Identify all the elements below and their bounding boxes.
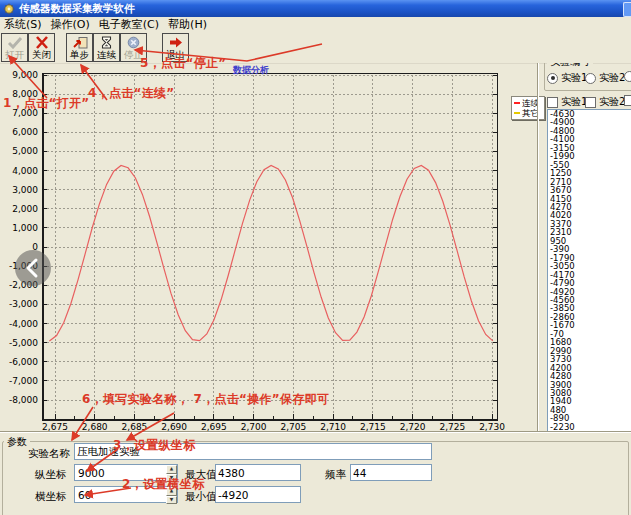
menu-bar: 系统(S)操作(O)电子教室(C)帮助(H) — [0, 17, 631, 31]
control-label: 实验2 — [599, 71, 625, 85]
continuous-button-label: 连续 — [97, 49, 116, 61]
open-button: 打开 — [1, 33, 28, 62]
close-button[interactable]: 关闭 — [28, 33, 55, 62]
bottom-divider — [0, 431, 631, 433]
main-area: 9,0008,0007,0006,0005,0004,0003,0002,000… — [0, 63, 631, 432]
checkbox-icon — [624, 95, 631, 106]
y-tick-label: 3,000 — [0, 185, 38, 195]
open-button-label: 打开 — [5, 49, 24, 61]
prev-arrow-overlay[interactable] — [15, 250, 51, 286]
legend-entry-2: 其它 — [514, 108, 544, 118]
x-scale-spin-down-icon[interactable]: ▼ — [166, 496, 177, 505]
experiment-checkbox-3[interactable] — [624, 95, 631, 106]
legend-dash-icon — [514, 102, 520, 104]
control-label: 实验1 — [561, 71, 587, 85]
panel-divider — [537, 63, 539, 432]
menu-item-2[interactable]: 操作(O) — [51, 17, 90, 32]
annotation-data-analysis: 数据分析 — [233, 64, 269, 77]
y-tick-label: -5,000 — [0, 338, 38, 348]
max-value-input[interactable] — [215, 464, 301, 481]
step-arrow-icon — [72, 35, 88, 49]
y-scale-label: 纵坐标 — [35, 468, 67, 482]
title-bar: 传感器数据采集教学软件 — [0, 0, 631, 17]
minimize-button[interactable] — [623, 2, 631, 17]
chevron-left-icon — [15, 250, 51, 286]
window-title: 传感器数据采集教学软件 — [19, 2, 135, 16]
sample-value-list[interactable]: -4630-4900-4800-4100-3150-1990-550125027… — [547, 109, 631, 432]
experiment-number-title: 实验编号 — [547, 63, 593, 69]
menu-item-1[interactable]: 系统(S) — [4, 17, 42, 32]
menu-item-4[interactable]: 帮助(H) — [168, 17, 207, 32]
radio-icon — [585, 73, 596, 84]
chart-legend: 连续其它 — [511, 96, 545, 120]
annotation-step3: 3，设置纵坐标 — [113, 437, 195, 454]
y-scale-spin-up-icon[interactable]: ▲ — [166, 465, 177, 474]
min-value-input[interactable] — [215, 486, 301, 503]
y-tick-label: 4,000 — [0, 166, 38, 176]
y-tick-label: -6,000 — [0, 357, 38, 367]
y-tick-label: 9,000 — [0, 70, 38, 80]
frequency-input[interactable] — [350, 464, 432, 481]
radio-icon — [624, 71, 631, 82]
params-title: 参数 — [4, 435, 30, 449]
step-button[interactable]: 单步 — [66, 33, 93, 62]
list-item: -2230 — [548, 423, 631, 431]
annotation-step4: 4，点击“连续” — [88, 85, 175, 102]
experiment-name-label: 实验名称 — [28, 447, 70, 461]
y-tick-label: 6,000 — [0, 127, 38, 137]
annotation-step1: 1，点击“打开” — [3, 95, 90, 112]
annotation-step6-7: 6，填写实验名称， 7，点击“操作”保存即可 — [82, 391, 329, 408]
frequency-label: 频率 — [325, 468, 346, 482]
signal-curve — [49, 165, 492, 341]
app-icon — [3, 3, 15, 15]
annotation-step5: 5，点击“停止” — [140, 55, 227, 72]
control-label: 实验2 — [599, 95, 625, 109]
experiment-checkbox-1[interactable]: 实验1 — [547, 95, 587, 109]
annotation-step2: 2，设置横坐标 — [122, 476, 204, 493]
y-tick-label: 5,000 — [0, 146, 38, 156]
waveform-chart — [42, 73, 498, 421]
control-label: 实验1 — [561, 95, 587, 109]
hourglass-icon — [100, 35, 113, 49]
radio-icon — [547, 73, 558, 84]
menu-item-3[interactable]: 电子教室(C) — [99, 17, 159, 32]
y-tick-label: -3,000 — [0, 299, 38, 309]
x-scale-label: 横坐标 — [35, 490, 67, 504]
y-tick-label: 1,000 — [0, 223, 38, 233]
checkbox-icon — [547, 97, 558, 108]
y-tick-label: -8,000 — [0, 395, 38, 405]
exit-arrow-icon — [168, 35, 184, 49]
legend-dash-icon — [514, 112, 520, 114]
x-icon — [35, 35, 49, 49]
experiment-radio-2[interactable]: 实验2 — [585, 71, 625, 85]
experiment-checkbox-2[interactable]: 实验2 — [585, 95, 625, 109]
legend-entry-1: 连续 — [514, 98, 544, 108]
y-tick-label: 2,000 — [0, 204, 38, 214]
stop-circle-icon — [127, 35, 140, 49]
check-icon — [7, 35, 23, 49]
step-button-label: 单步 — [70, 49, 89, 61]
experiment-radio-1[interactable]: 实验1 — [547, 71, 587, 85]
continuous-button[interactable]: 连续 — [93, 33, 120, 62]
y-tick-label: -4,000 — [0, 319, 38, 329]
y-tick-label: -7,000 — [0, 376, 38, 386]
toolbar: 打开关闭单步连续停止退出 — [0, 31, 631, 64]
checkbox-icon — [585, 97, 596, 108]
experiment-radio-3[interactable] — [624, 71, 631, 82]
close-button-label: 关闭 — [32, 49, 51, 61]
